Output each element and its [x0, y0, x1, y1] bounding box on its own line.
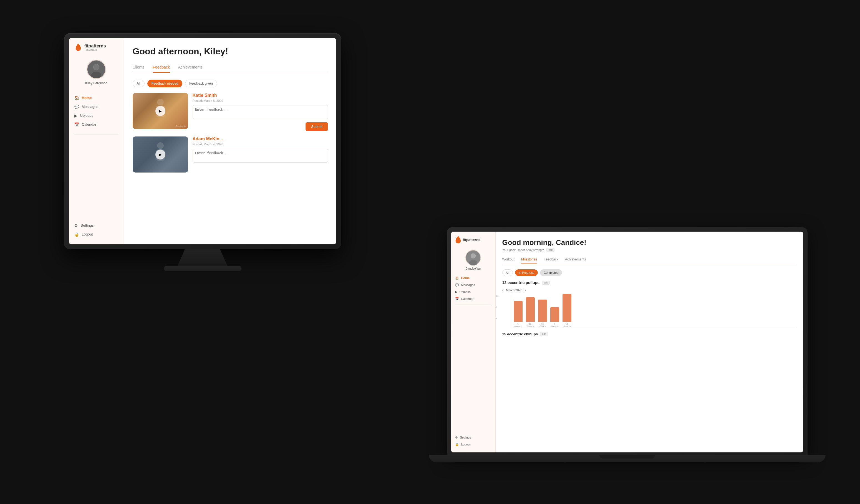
nav-item-messages[interactable]: 💬 Messages [69, 102, 124, 111]
chart-month-nav: ‹ March 2020 › [502, 288, 797, 292]
nav-label-uploads: Uploads [80, 114, 94, 118]
logo-icon [74, 44, 82, 51]
nav-item-calendar[interactable]: 📅 Calendar [69, 120, 124, 129]
video-katie[interactable]: ▶ Candychic [133, 93, 188, 129]
feedback-input-katie[interactable] [192, 105, 328, 119]
laptop-nav-logout[interactable]: 🔒 Logout [451, 441, 496, 448]
laptop-filter-all[interactable]: All [502, 269, 513, 276]
bar-5-rect [562, 294, 571, 322]
nav-label-logout: Logout [82, 232, 93, 236]
svg-point-8 [157, 142, 164, 149]
milestone-2-edit[interactable]: edit [540, 332, 548, 336]
chart-section: ‹ March 2020 › 12 8 4 [502, 288, 797, 328]
play-button-katie[interactable]: ▶ [155, 106, 166, 116]
laptop-goal-row: Your goal: Upper body strength edit [502, 248, 797, 252]
nav-label-settings: Settings [81, 223, 94, 227]
laptop-tab-feedback[interactable]: Feedback [544, 257, 558, 264]
laptop-home-icon: 🏠 [455, 276, 459, 280]
svg-point-3 [94, 64, 99, 70]
scene: fitpatterns TRAINER [42, 16, 819, 488]
filter-feedback-needed[interactable]: Feedback needed [147, 79, 182, 87]
laptop-logo-name: fitpatterns [463, 238, 481, 242]
play-button-adam[interactable]: ▶ [155, 149, 166, 160]
monitor-body: fitpatterns TRAINER [64, 33, 341, 249]
laptop-tab-milestones[interactable]: Milestones [521, 257, 537, 264]
nav-item-logout[interactable]: 🔒 Logout [69, 230, 124, 239]
laptop-nav-home[interactable]: 🏠 Home [451, 275, 496, 282]
nav-label-home: Home [82, 96, 92, 100]
laptop-tab-achievements[interactable]: Achievements [565, 257, 586, 264]
laptop-uploads-icon: ▶ [455, 290, 457, 294]
card-name-adam: Adam McKin... [192, 136, 328, 142]
laptop-tabs-row: Workout Milestones Feedback Achievements [502, 257, 797, 264]
desktop-nav-section: 🏠 Home 💬 Messages ▶ Uploads 📅 [69, 91, 124, 132]
laptop-nav-messages-label: Messages [461, 283, 475, 286]
laptop-avatar [465, 250, 481, 265]
laptop-nav-settings[interactable]: ⚙ Settings [451, 434, 496, 441]
nav-item-home[interactable]: 🏠 Home [69, 93, 124, 102]
laptop-avatar-area: Candice Wu [451, 248, 496, 275]
nav-item-uploads[interactable]: ▶ Uploads [69, 111, 124, 120]
laptop-settings-icon: ⚙ [455, 436, 458, 439]
laptop-filter-completed[interactable]: Completed [540, 269, 562, 276]
monitor-base [164, 266, 241, 271]
tab-achievements[interactable]: Achievements [178, 65, 203, 73]
laptop-nav-logout-label: Logout [461, 443, 471, 446]
laptop-goal-edit[interactable]: edit [546, 248, 555, 252]
card-date-adam: Posted: March 4, 2020 [192, 143, 328, 146]
laptop-calendar-icon: 📅 [455, 297, 459, 301]
bar-2-label: 10March 8 [527, 323, 534, 328]
desktop-greeting: Good afternoon, Kiley! [133, 46, 328, 57]
laptop-filter-row: All In Progress Completed [502, 269, 797, 276]
calendar-icon: 📅 [74, 122, 79, 127]
card-content-adam: Adam McKin... Posted: March 4, 2020 [192, 136, 328, 173]
laptop-tab-workout[interactable]: Workout [502, 257, 515, 264]
feedback-card-katie: ▶ Candychic Katie Smith Posted: March 5,… [133, 93, 328, 131]
laptop-nav-home-label: Home [461, 276, 470, 280]
chart-month-label: March 2020 [506, 288, 522, 292]
filter-all[interactable]: All [133, 79, 145, 87]
logo-text-area: fitpatterns TRAINER [84, 44, 106, 51]
y-label-4: 4 [496, 317, 499, 320]
home-icon: 🏠 [74, 96, 79, 100]
tab-feedback[interactable]: Feedback [153, 65, 170, 73]
laptop-bottom [429, 455, 826, 462]
laptop-logo-area: fitpatterns [451, 236, 496, 248]
milestone-1-edit[interactable]: edit [542, 281, 550, 285]
nav-label-messages: Messages [82, 105, 98, 109]
milestone-1-text: 12 eccentric pullups [502, 280, 540, 285]
laptop-greeting: Good morning, Candice! [502, 238, 797, 247]
logo-area: fitpatterns TRAINER [69, 44, 124, 57]
feedback-card-adam: ▶ Adam McKin... Posted: March 4, 2020 [133, 136, 328, 173]
chart-prev-btn[interactable]: ‹ [502, 288, 503, 292]
bar-5: 11March 18 [562, 294, 571, 328]
avatar-image [87, 60, 105, 79]
video-adam[interactable]: ▶ [133, 136, 188, 173]
laptop-nav-bottom: ⚙ Settings 🔒 Logout [451, 434, 496, 448]
tab-clients[interactable]: Clients [133, 65, 145, 73]
svg-point-12 [469, 260, 477, 265]
settings-icon: ⚙ [74, 223, 78, 228]
svg-point-2 [91, 72, 102, 79]
laptop-nav-section: 🏠 Home 💬 Messages ▶ Uploads 📅 [451, 275, 496, 302]
feedback-input-adam[interactable] [192, 149, 328, 163]
submit-button-katie[interactable]: Submit [305, 122, 328, 131]
laptop-nav-uploads[interactable]: ▶ Uploads [451, 288, 496, 295]
desktop-monitor: fitpatterns TRAINER [64, 33, 341, 283]
nav-item-settings[interactable]: ⚙ Settings [69, 221, 124, 230]
svg-point-11 [471, 253, 476, 258]
logout-icon: 🔒 [74, 232, 79, 237]
laptop-filter-in-progress[interactable]: In Progress [515, 269, 538, 276]
card-date-katie: Posted: March 5, 2020 [192, 99, 328, 102]
bar-2-rect [526, 297, 535, 322]
bar-4-rect [550, 307, 559, 322]
bar-2: 10March 8 [526, 297, 535, 328]
desktop-avatar [87, 60, 106, 79]
desktop-avatar-area: Kiley Ferguson [69, 57, 124, 91]
filter-feedback-given[interactable]: Feedback given [185, 79, 217, 87]
laptop-nav-messages[interactable]: 💬 Messages [451, 282, 496, 288]
video-watermark-katie: Candychic [175, 125, 186, 127]
milestone-2-text: 15 eccentric chinups [502, 332, 538, 336]
chart-next-btn[interactable]: › [525, 288, 526, 292]
laptop-nav-calendar[interactable]: 📅 Calendar [451, 295, 496, 302]
